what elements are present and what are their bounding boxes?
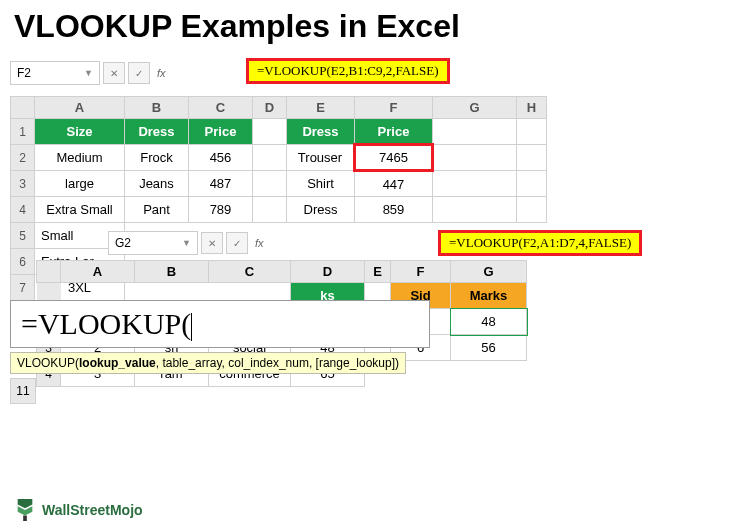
cell[interactable] <box>253 145 287 171</box>
corner-cell[interactable] <box>11 97 35 119</box>
logo-icon <box>14 497 36 523</box>
cancel-icon[interactable]: ✕ <box>103 62 125 84</box>
row-header[interactable]: 7 <box>11 275 35 301</box>
tooltip-arg: table_array <box>162 356 221 370</box>
col-header[interactable]: H <box>517 97 547 119</box>
cell[interactable]: Jeans <box>125 171 189 197</box>
cell[interactable]: Dress <box>287 197 355 223</box>
col-header[interactable]: B <box>135 261 209 283</box>
cell[interactable] <box>517 145 547 171</box>
page-title: VLOOKUP Examples in Excel <box>0 0 742 53</box>
formula-bar-1: F2▼ ✕ ✓ fx =VLOOKUP(E2,B1:C9,2,FALSE) <box>10 58 170 88</box>
formula-display-1: =VLOOKUP(E2,B1:C9,2,FALSE) <box>246 58 450 84</box>
fx-icon: fx <box>255 237 264 249</box>
table-header-cell[interactable]: Size <box>35 119 125 145</box>
table-header-cell[interactable]: Dress <box>125 119 189 145</box>
cell[interactable] <box>253 119 287 145</box>
cell[interactable] <box>433 119 517 145</box>
dropdown-icon: ▼ <box>84 68 93 78</box>
row-header[interactable]: 11 <box>10 378 36 404</box>
col-header[interactable]: F <box>355 97 433 119</box>
col-header[interactable]: F <box>391 261 451 283</box>
svg-rect-0 <box>23 516 27 522</box>
table-header-cell[interactable]: Dress <box>287 119 355 145</box>
name-box-2[interactable]: G2▼ <box>108 231 198 255</box>
row-header[interactable]: 1 <box>11 119 35 145</box>
corner-cell[interactable] <box>37 261 61 283</box>
name-box-value: F2 <box>17 66 31 80</box>
col-header[interactable]: A <box>61 261 135 283</box>
cell[interactable]: 447 <box>355 171 433 197</box>
cell[interactable]: Shirt <box>287 171 355 197</box>
cell[interactable] <box>433 145 517 171</box>
formula-display-2: =VLOOKUP(F2,A1:D7,4,FALSE) <box>438 230 642 256</box>
cell[interactable]: Medium <box>35 145 125 171</box>
row-header[interactable]: 5 <box>11 223 35 249</box>
tooltip-fn: VLOOKUP <box>17 356 75 370</box>
col-header[interactable]: D <box>291 261 365 283</box>
cell[interactable]: Trouser <box>287 145 355 171</box>
logo: WallStreetMojo <box>14 497 143 523</box>
cell[interactable] <box>517 171 547 197</box>
cell[interactable] <box>433 171 517 197</box>
selected-cell[interactable]: 48 <box>451 309 527 335</box>
tooltip-arg: [range_lookup] <box>316 356 395 370</box>
col-header[interactable]: C <box>189 97 253 119</box>
function-tooltip: VLOOKUP(lookup_value, table_array, col_i… <box>10 352 406 374</box>
cell[interactable] <box>433 197 517 223</box>
col-header[interactable]: A <box>35 97 125 119</box>
row-header[interactable]: 2 <box>11 145 35 171</box>
name-box-1[interactable]: F2▼ <box>10 61 100 85</box>
fx-icon: fx <box>157 67 166 79</box>
col-header[interactable]: G <box>451 261 527 283</box>
cell[interactable] <box>517 197 547 223</box>
cell[interactable]: 859 <box>355 197 433 223</box>
cell[interactable]: Pant <box>125 197 189 223</box>
highlighted-result-cell[interactable]: 7465 <box>355 145 433 171</box>
cell[interactable]: 789 <box>189 197 253 223</box>
cell[interactable] <box>253 197 287 223</box>
cell[interactable]: 487 <box>189 171 253 197</box>
table-header-cell[interactable]: Price <box>189 119 253 145</box>
table-header-cell[interactable]: Marks <box>451 283 527 309</box>
cell[interactable]: Extra Small <box>35 197 125 223</box>
row-header[interactable]: 6 <box>11 249 35 275</box>
cell[interactable] <box>517 119 547 145</box>
col-header[interactable]: C <box>209 261 291 283</box>
cell[interactable] <box>253 171 287 197</box>
formula-text: =VLOOKUP( <box>21 307 191 340</box>
table-header-cell[interactable]: Price <box>355 119 433 145</box>
row-header[interactable]: 3 <box>11 171 35 197</box>
check-icon[interactable]: ✓ <box>128 62 150 84</box>
col-header[interactable]: D <box>253 97 287 119</box>
row-header[interactable]: 4 <box>11 197 35 223</box>
dropdown-icon: ▼ <box>182 238 191 248</box>
formula-editing-cell[interactable]: =VLOOKUP( <box>10 300 430 348</box>
cell[interactable]: 456 <box>189 145 253 171</box>
col-header[interactable]: E <box>365 261 391 283</box>
cell[interactable]: Frock <box>125 145 189 171</box>
check-icon[interactable]: ✓ <box>226 232 248 254</box>
text-cursor <box>191 313 192 341</box>
cell[interactable]: large <box>35 171 125 197</box>
col-header[interactable]: E <box>287 97 355 119</box>
col-header[interactable]: B <box>125 97 189 119</box>
logo-text: WallStreetMojo <box>42 502 143 518</box>
name-box-value: G2 <box>115 236 131 250</box>
col-header[interactable]: G <box>433 97 517 119</box>
tooltip-arg: lookup_value <box>79 356 156 370</box>
tooltip-arg: col_index_num <box>228 356 309 370</box>
cancel-icon[interactable]: ✕ <box>201 232 223 254</box>
cell[interactable]: 56 <box>451 335 527 361</box>
formula-bar-2: G2▼ ✕ ✓ fx =VLOOKUP(F2,A1:D7,4,FALSE) <box>108 230 268 256</box>
